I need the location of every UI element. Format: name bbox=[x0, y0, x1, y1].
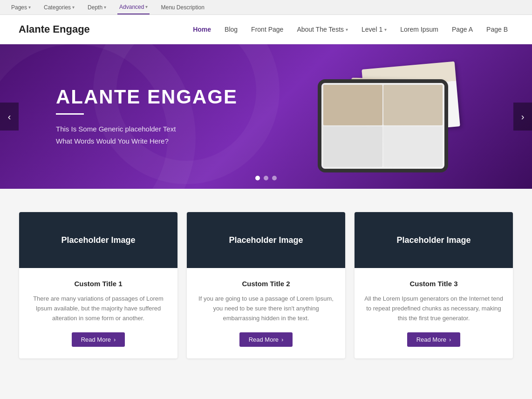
card-1-image-label: Placeholder Image bbox=[61, 235, 135, 245]
card-3-title: Custom Title 3 bbox=[364, 280, 504, 288]
nav-link-page-b[interactable]: Page B bbox=[481, 22, 513, 37]
about-tests-chevron-icon: ▾ bbox=[346, 27, 348, 32]
card-2-read-more-label: Read More bbox=[249, 336, 279, 343]
admin-pages-label: Pages bbox=[11, 4, 27, 11]
categories-chevron-icon: ▾ bbox=[72, 5, 75, 10]
nav-link-home[interactable]: Home bbox=[187, 22, 217, 37]
admin-bar-menu-description[interactable]: Menu Description bbox=[159, 0, 206, 14]
nav-item-about-tests[interactable]: About The Tests ▾ bbox=[291, 22, 354, 37]
admin-bar-advanced[interactable]: Advanced ▾ bbox=[117, 0, 150, 14]
card-1: Placeholder Image Custom Title 1 There a… bbox=[19, 212, 177, 358]
nav-link-lorem-ipsum[interactable]: Lorem Ipsum bbox=[395, 22, 444, 37]
tablet-screen-block bbox=[323, 126, 382, 167]
depth-chevron-icon: ▾ bbox=[104, 5, 106, 10]
card-2: Placeholder Image Custom Title 2 If you … bbox=[187, 212, 345, 358]
card-1-body: Custom Title 1 There are many variations… bbox=[19, 268, 177, 358]
cards-grid: Placeholder Image Custom Title 1 There a… bbox=[19, 212, 513, 358]
nav-item-home[interactable]: Home bbox=[187, 22, 217, 37]
pages-chevron-icon: ▾ bbox=[28, 5, 31, 10]
next-arrow-icon: › bbox=[521, 111, 525, 122]
cards-section: Placeholder Image Custom Title 1 There a… bbox=[0, 189, 532, 382]
hero-title: ALANTE ENGAGE bbox=[56, 86, 238, 108]
card-2-image-label: Placeholder Image bbox=[229, 235, 303, 245]
card-1-image: Placeholder Image bbox=[19, 212, 177, 268]
admin-advanced-label: Advanced bbox=[119, 4, 144, 10]
card-2-body: Custom Title 2 If you are going to use a… bbox=[187, 268, 345, 358]
slider-dot-3[interactable] bbox=[272, 176, 277, 180]
nav-link-front-page[interactable]: Front Page bbox=[246, 22, 289, 37]
nav-item-front-page[interactable]: Front Page bbox=[246, 22, 289, 37]
card-1-text: There are many variations of passages of… bbox=[28, 294, 168, 323]
tablet-screen-block bbox=[323, 85, 382, 125]
admin-categories-label: Categories bbox=[44, 4, 71, 11]
card-3: Placeholder Image Custom Title 3 All the… bbox=[355, 212, 513, 358]
card-1-read-more-label: Read More bbox=[81, 336, 111, 343]
slider-prev-button[interactable]: ‹ bbox=[0, 103, 19, 131]
card-3-text: All the Lorem Ipsum generators on the In… bbox=[364, 294, 504, 323]
slider-dot-1[interactable] bbox=[255, 176, 260, 180]
card-2-read-more-button[interactable]: Read More › bbox=[239, 332, 293, 347]
nav-item-page-a[interactable]: Page A bbox=[446, 22, 478, 37]
card-2-image: Placeholder Image bbox=[187, 212, 345, 268]
tablet-screen-block bbox=[383, 85, 443, 125]
card-2-arrow-icon: › bbox=[281, 336, 283, 343]
hero-subtitle-line1: This Is Some Generic placeholder Text bbox=[56, 123, 238, 135]
card-3-image: Placeholder Image bbox=[355, 212, 513, 268]
card-3-read-more-label: Read More bbox=[416, 336, 446, 343]
tablet-screen bbox=[321, 83, 444, 169]
admin-bar-depth[interactable]: Depth ▾ bbox=[86, 0, 108, 14]
admin-bar-categories[interactable]: Categories ▾ bbox=[42, 0, 76, 14]
admin-menu-desc-label: Menu Description bbox=[161, 4, 204, 11]
tablet-mockup bbox=[280, 56, 457, 172]
tablet-screen-block bbox=[383, 126, 443, 167]
prev-arrow-icon: ‹ bbox=[8, 111, 11, 122]
slider-next-button[interactable]: › bbox=[513, 103, 532, 131]
slider-dot-2[interactable] bbox=[264, 176, 268, 180]
card-2-text: If you are going to use a passage of Lor… bbox=[196, 294, 336, 323]
card-1-title: Custom Title 1 bbox=[28, 280, 168, 288]
hero-underline-decoration bbox=[56, 113, 84, 115]
card-1-arrow-icon: › bbox=[114, 336, 116, 343]
admin-bar: Pages ▾ Categories ▾ Depth ▾ Advanced ▾ … bbox=[0, 0, 532, 15]
nav-link-page-a[interactable]: Page A bbox=[446, 22, 478, 37]
hero-slider: ‹ ALANTE ENGAGE This Is Some Generic pla… bbox=[0, 44, 532, 189]
hero-text-block: ALANTE ENGAGE This Is Some Generic place… bbox=[56, 86, 238, 147]
nav-link-blog[interactable]: Blog bbox=[219, 22, 243, 37]
admin-depth-label: Depth bbox=[88, 4, 102, 11]
hero-content: ALANTE ENGAGE This Is Some Generic place… bbox=[0, 56, 532, 177]
main-navigation: Home Blog Front Page About The Tests ▾ L… bbox=[187, 22, 513, 37]
card-3-arrow-icon: › bbox=[449, 336, 451, 343]
card-1-read-more-button[interactable]: Read More › bbox=[72, 332, 125, 347]
card-3-image-label: Placeholder Image bbox=[396, 235, 471, 245]
level1-chevron-icon: ▾ bbox=[384, 27, 387, 32]
advanced-chevron-icon: ▾ bbox=[145, 4, 148, 9]
nav-item-page-b[interactable]: Page B bbox=[481, 22, 513, 37]
site-header: Alante Engage Home Blog Front Page About… bbox=[0, 15, 532, 44]
slider-dots bbox=[255, 176, 277, 180]
card-3-read-more-button[interactable]: Read More › bbox=[407, 332, 461, 347]
hero-image-block bbox=[280, 56, 476, 177]
card-2-title: Custom Title 2 bbox=[196, 280, 336, 288]
nav-item-level1[interactable]: Level 1 ▾ bbox=[356, 22, 392, 37]
admin-bar-pages[interactable]: Pages ▾ bbox=[9, 0, 33, 14]
nav-item-blog[interactable]: Blog bbox=[219, 22, 243, 37]
site-logo[interactable]: Alante Engage bbox=[19, 23, 90, 35]
card-3-body: Custom Title 3 All the Lorem Ipsum gener… bbox=[355, 268, 513, 358]
hero-subtitle-line2: What Words Would You Write Here? bbox=[56, 135, 238, 147]
nav-item-lorem-ipsum[interactable]: Lorem Ipsum bbox=[395, 22, 444, 37]
tablet-body bbox=[318, 79, 448, 172]
nav-link-level1[interactable]: Level 1 ▾ bbox=[356, 22, 392, 37]
nav-link-about-tests[interactable]: About The Tests ▾ bbox=[291, 22, 354, 37]
